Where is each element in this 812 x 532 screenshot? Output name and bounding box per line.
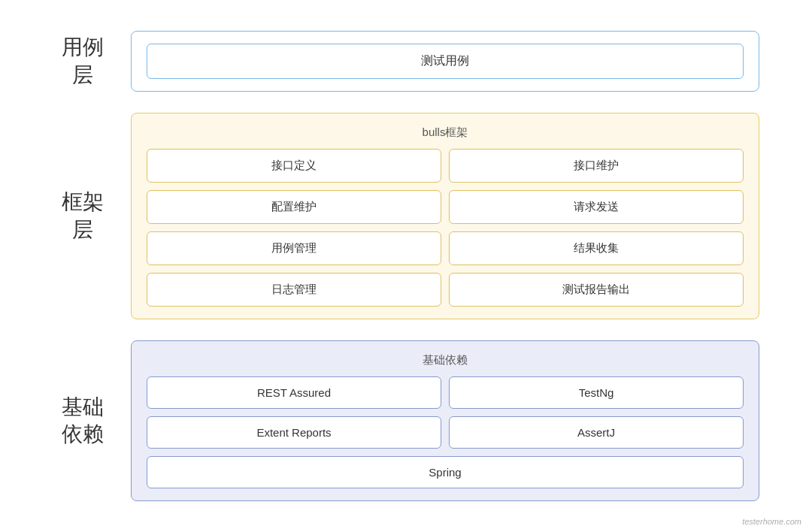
base-cell-spring: Spring: [147, 456, 744, 488]
watermark: testerhome.com: [742, 517, 801, 526]
base-cell-rest-assured: REST Assured: [147, 376, 441, 409]
framework-cell-1: 接口维护: [449, 149, 744, 183]
framework-row: 框架层 bulls框架 接口定义 接口维护 配置维护 请求发送 用例管理 结果收…: [53, 113, 759, 319]
framework-cell-5: 结果收集: [449, 231, 744, 265]
framework-cell-3: 请求发送: [449, 190, 744, 224]
use-case-cell: 测试用例: [147, 44, 744, 79]
framework-box: bulls框架 接口定义 接口维护 配置维护 请求发送 用例管理 结果收集 日志…: [131, 113, 759, 319]
framework-grid: 接口定义 接口维护 配置维护 请求发送 用例管理 结果收集 日志管理 测试报告输…: [147, 149, 744, 307]
framework-cell-4: 用例管理: [147, 231, 441, 265]
base-box: 基础依赖 REST Assured TestNg Extent Reports …: [131, 340, 759, 501]
base-label: 基础依赖: [53, 394, 113, 449]
framework-cell-2: 配置维护: [147, 190, 441, 224]
base-row-2: Extent Reports AssertJ: [147, 416, 744, 449]
base-cell-assertj: AssertJ: [449, 416, 744, 449]
framework-label: 框架层: [53, 189, 113, 243]
framework-cell-7: 测试报告输出: [449, 273, 744, 307]
base-title: 基础依赖: [147, 353, 744, 367]
diagram: 用例层 测试用例 框架层 bulls框架 接口定义 接口维护 配置维护 请求发送…: [30, 16, 782, 516]
base-grid: REST Assured TestNg Extent Reports Asser…: [147, 376, 744, 488]
base-cell-extent-reports: Extent Reports: [147, 416, 441, 449]
base-row: 基础依赖 基础依赖 REST Assured TestNg Extent Rep…: [53, 340, 759, 501]
use-case-label: 用例层: [53, 34, 113, 89]
base-cell-testng: TestNg: [449, 376, 744, 409]
framework-cell-0: 接口定义: [147, 149, 441, 183]
framework-title: bulls框架: [147, 125, 744, 140]
framework-cell-6: 日志管理: [147, 273, 441, 307]
use-case-box: 测试用例: [131, 31, 759, 92]
base-row-1: REST Assured TestNg: [147, 376, 744, 409]
use-case-row: 用例层 测试用例: [53, 31, 759, 92]
